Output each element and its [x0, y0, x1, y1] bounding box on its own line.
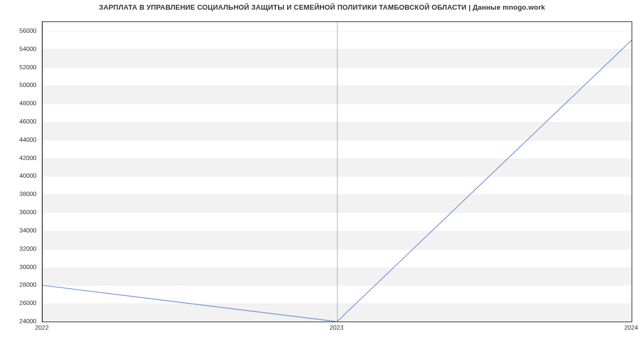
y-tick-label: 32000	[4, 245, 36, 252]
y-tick-label: 28000	[4, 281, 36, 288]
y-axis-labels: 2400026000280003000032000340003600038000…	[0, 21, 40, 322]
y-tick-label: 34000	[4, 227, 36, 234]
chart-title: ЗАРПЛАТА В УПРАВЛЕНИЕ СОЦИАЛЬНОЙ ЗАЩИТЫ …	[0, 3, 644, 11]
y-tick-label: 36000	[4, 209, 36, 215]
y-tick-label: 24000	[4, 318, 36, 324]
y-tick-label: 30000	[4, 264, 36, 270]
y-tick-label: 56000	[4, 27, 36, 34]
chart-container: ЗАРПЛАТА В УПРАВЛЕНИЕ СОЦИАЛЬНОЙ ЗАЩИТЫ …	[0, 0, 644, 349]
vertical-gridline	[42, 22, 43, 322]
y-tick-label: 50000	[4, 82, 36, 88]
y-tick-label: 42000	[4, 155, 36, 161]
vertical-gridline	[337, 22, 338, 322]
y-tick-label: 48000	[4, 100, 36, 106]
y-tick-label: 54000	[4, 46, 36, 52]
y-tick-label: 52000	[4, 64, 36, 70]
x-axis-labels: 202220232024	[42, 324, 632, 335]
y-tick-label: 38000	[4, 191, 36, 197]
y-tick-label: 40000	[4, 172, 36, 179]
y-tick-label: 26000	[4, 300, 36, 306]
vertical-gridline	[632, 22, 632, 322]
x-tick-label: 2022	[35, 324, 49, 331]
y-tick-label: 44000	[4, 136, 36, 143]
x-tick-label: 2023	[330, 324, 343, 331]
y-tick-label: 46000	[4, 118, 36, 125]
plot-area	[42, 21, 632, 322]
x-tick-label: 2024	[624, 324, 638, 331]
